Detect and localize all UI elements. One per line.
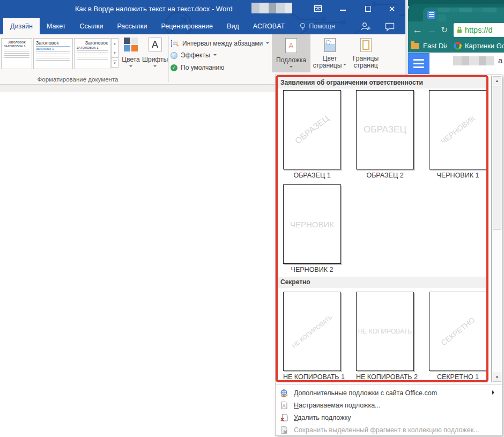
watermark-option-label: ОБРАЗЕЦ 1 (283, 172, 341, 179)
effects-button[interactable]: Эффекты (171, 51, 217, 59)
style-card-subtitle: ЗАГОЛОВОК 1 (4, 45, 29, 48)
command-label: ранить выделенный фрагмент в коллекцию п… (306, 426, 479, 434)
watermark-thumbnail: ЧЕРНОВИК (283, 184, 341, 264)
watermark-option[interactable]: ЧЕРНОВИК ЧЕРНОВИК 2 (283, 184, 341, 273)
page-color-label: Цвет (323, 55, 337, 62)
set-default-label: По умолчанию (181, 64, 224, 71)
google-logo-icon (454, 42, 462, 50)
command-more-watermarks-office-com[interactable]: Дополнительные подложки с сайта Office.c… (276, 387, 502, 399)
minimize-button[interactable] (336, 3, 349, 14)
scroll-up-button[interactable]: ▲ (493, 76, 501, 85)
set-default-button[interactable]: ✓ По умолчанию (171, 64, 224, 71)
command-label: ополнительные подложки с сайта Office.co… (299, 389, 438, 397)
watermark-option[interactable]: ОБРАЗЕЦ ОБРАЗЕЦ 1 (283, 90, 341, 179)
address-bar[interactable]: https://d (454, 23, 504, 37)
style-card[interactable]: Заголовок ЗАГОЛОВОК 1 (74, 38, 110, 69)
document-formatting-gallery: Заголовок ЗАГОЛОВОК 1 Заголовок Заголово… (1, 38, 110, 69)
browser-tab[interactable] (423, 8, 504, 21)
page-menu-button[interactable] (408, 53, 429, 74)
blurred-page-text (453, 56, 494, 65)
https-lock-icon (456, 26, 463, 34)
watermark-option[interactable]: ОБРАЗЕЦ ОБРАЗЕЦ 2 (356, 90, 414, 179)
watermark-text: СЕКРЕТНО (439, 315, 477, 347)
ribbon-group-label: Форматирование документа (11, 76, 145, 83)
refresh-button[interactable]: ↻ (441, 23, 448, 37)
back-button[interactable]: ← (412, 23, 423, 37)
tab-mailings[interactable]: Рассылки (110, 18, 154, 34)
watermark-text: ОБРАЗЕЦ (293, 114, 331, 146)
section-header-secret: Секретно (277, 277, 486, 288)
page-color-button[interactable]: Цвет страницы (313, 34, 347, 72)
tab-view[interactable]: Вид (220, 18, 246, 34)
style-card[interactable]: Заголовок ЗАГОЛОВОК 1 (1, 38, 32, 69)
command-remove-watermark[interactable]: Удалить подложку (276, 411, 502, 424)
watermark-option-label: СЕКРЕТНО 1 (429, 373, 487, 381)
remove-watermark-icon (280, 413, 288, 422)
tell-me-assistant[interactable]: Помощн (299, 18, 335, 34)
comments-button[interactable] (384, 23, 395, 32)
forward-button[interactable]: → (427, 23, 437, 37)
tab-references[interactable]: Ссылки (72, 18, 110, 34)
gallery-scroll-up-button[interactable]: ▲ (111, 38, 118, 48)
ribbon-display-options-button[interactable] (312, 3, 324, 14)
checkmark-icon: ✓ (171, 64, 177, 71)
access-key: У (294, 414, 298, 421)
page-text-fragment: а (498, 56, 502, 65)
hamburger-icon (413, 59, 424, 61)
command-custom-watermark[interactable]: А Настраиваемая подложка... (276, 399, 502, 411)
gallery-more-button[interactable]: ▼ (111, 57, 118, 68)
style-card-subtitle: ЗАГОЛОВОК 1 (77, 46, 108, 49)
access-key: Д (294, 389, 299, 397)
watermark-option-label: НЕ КОПИРОВАТЬ 1 (283, 373, 341, 381)
watermark-button[interactable]: А Подложка (272, 34, 310, 72)
page-color-icon (324, 38, 336, 52)
ribbon-tab-bar: Дизайн Макет Ссылки Рассылки Рецензирова… (3, 18, 335, 34)
blurred-tab-title (438, 8, 504, 21)
command-label: далить подложку (298, 414, 351, 421)
tab-review[interactable]: Рецензирование (154, 18, 220, 34)
watermark-option[interactable]: СЕКРЕТНО СЕКРЕТНО 1 (429, 292, 487, 381)
style-card-title: Заголовок (4, 40, 29, 44)
scroll-down-button[interactable]: ▼ (493, 373, 501, 382)
gallery-scroll-buttons: ▲ ▼ ▼ (111, 38, 118, 68)
page-borders-button[interactable]: Границы страниц (349, 34, 383, 72)
paragraph-spacing-button[interactable]: Интервал между абзацами (171, 39, 269, 48)
page-color-label: страницы (313, 62, 342, 69)
theme-fonts-button[interactable]: А Шрифты (143, 38, 167, 69)
blurred-user-name (251, 3, 292, 13)
scroll-thumb[interactable] (493, 86, 501, 229)
style-card[interactable]: Заголовок Заголовок 1 (33, 38, 73, 69)
sign-in-button[interactable] (360, 21, 371, 32)
theme-colors-button[interactable]: Цвета (120, 38, 142, 69)
bookmark-google-images[interactable]: Картинки Goo (465, 42, 504, 50)
watermark-commands: Дополнительные подложки с сайта Office.c… (276, 384, 502, 436)
save-selection-icon (280, 426, 288, 434)
tab-layout[interactable]: Макет (40, 18, 72, 34)
bookmarks-bar: Fast Dial Картинки Goo (408, 39, 504, 53)
watermark-thumbnail: ЧЕРНОВИК (429, 90, 487, 169)
style-card-title: Заголовок (36, 40, 70, 47)
watermark-option[interactable]: НЕ КОПИРОВАТЬ НЕ КОПИРОВАТЬ 2 (356, 292, 414, 381)
paragraph-spacing-icon (171, 39, 179, 48)
bookmark-fast-dial[interactable]: Fast Dial (423, 42, 447, 50)
watermark-icon: А (285, 38, 297, 53)
tab-acrobat[interactable]: ACROBAT (246, 18, 292, 34)
watermark-thumbnail: ОБРАЗЕЦ (356, 90, 414, 169)
scrollbar[interactable]: ▲ ▼ (491, 76, 502, 382)
access-key: Н (294, 402, 299, 409)
watermark-option[interactable]: НЕ КОПИРОВАТЬ НЕ КОПИРОВАТЬ 1 (283, 292, 341, 381)
watermark-thumbnail: НЕ КОПИРОВАТЬ (283, 292, 341, 371)
window-title: Как в Ворде наложить текст на текст.docx… (75, 5, 233, 13)
dropdown-arrow-icon (153, 65, 157, 69)
browser-tab-favicon-icon (427, 11, 435, 19)
watermark-option[interactable]: ЧЕРНОВИК ЧЕРНОВИК 1 (429, 90, 487, 179)
watermark-thumbnail: СЕКРЕТНО (429, 292, 487, 371)
command-label: астраиваемая подложка... (299, 402, 380, 409)
maximize-button[interactable] (361, 3, 374, 14)
watermark-option-label: ЧЕРНОВИК 2 (283, 266, 341, 273)
gallery-scroll-down-button[interactable]: ▼ (111, 48, 118, 58)
close-button[interactable]: ✕ (386, 3, 398, 14)
tab-design[interactable]: Дизайн (3, 18, 40, 34)
watermark-text: ЧЕРНОВИК (439, 114, 477, 146)
style-card-subtitle: Заголовок 1 (36, 47, 70, 50)
